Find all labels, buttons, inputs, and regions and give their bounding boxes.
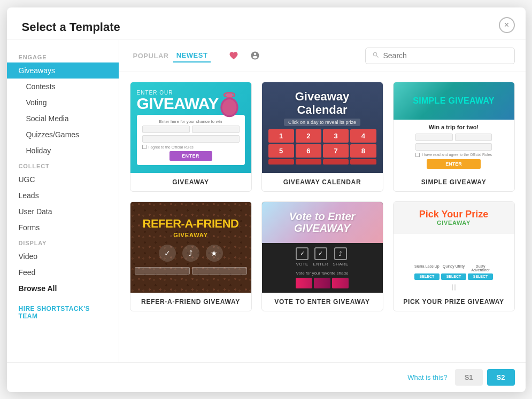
sidebar-item-quizzes-games[interactable]: Quizzes/Games [7,127,119,143]
modal-header: Select a Template × [7,7,526,40]
refer-check-icon: ✓ [159,245,176,262]
prize-firstname [452,284,453,291]
tab-group: POPULAR NEWEST [130,49,211,62]
favorites-button[interactable] [226,48,242,64]
template-name-calendar: GIVEAWAY CALENDAR [262,173,383,191]
modal-title: Select a Template [22,20,120,34]
template-card-prize[interactable]: Pick Your Prize GIVEAWAY Sierra Lace Up [393,201,515,311]
sidebar-item-browse-all[interactable]: Browse All [7,280,119,296]
prize-label-2: Quincy Utility [441,264,466,272]
search-box [365,48,515,64]
simple-checkbox [415,153,420,157]
simple-enter-btn: ENTER [427,159,480,169]
mini-checkbox [142,145,147,149]
simple-rules: I have read and agree to the Official Ru… [422,153,492,157]
simple-banner: SIMPLE GIVEAWAY [394,82,514,120]
prize-label-3: Dusty Adventurer [468,264,493,272]
calendar-subtitle: Click on a day to reveal its prize [284,119,360,126]
prize-select-1: SELECT [414,273,440,280]
tab-newest[interactable]: NEWEST [173,49,211,62]
s2-button[interactable]: S2 [487,369,515,386]
template-preview-calendar: GiveawayCalendar Click on a day to revea… [262,82,383,173]
calendar-grid: 1 2 3 4 5 6 7 8 [268,129,376,165]
refer-firstname [135,267,190,275]
refer-lastname [192,267,247,275]
cal-day-6: 6 [296,144,321,158]
cal-day-10 [296,159,321,165]
sidebar-item-contests[interactable]: Contests [7,79,119,95]
cal-day-9 [268,159,294,165]
template-card-giveaway[interactable]: ENTER OUR GIVEAWAY [130,82,252,192]
vote-title: Vote to EnterGIVEAWAY [289,210,356,234]
giveaway-enter-subtext: Enter here for your chance to win [142,119,240,124]
mini-rules-text: I agree to the Official Rules [149,145,194,149]
template-preview-giveaway: ENTER OUR GIVEAWAY [130,82,251,173]
vote-option-1 [296,278,312,288]
heart-icon [229,51,238,60]
sidebar-item-video[interactable]: Video [7,248,119,264]
template-preview-prize: Pick Your Prize GIVEAWAY Sierra Lace Up [394,202,514,293]
cal-day-12 [350,159,376,165]
template-name-giveaway: GIVEAWAY [130,173,251,191]
template-card-vote[interactable]: Vote to EnterGIVEAWAY ✓ VOTE ✓ ENTER [261,201,383,311]
sidebar-item-social-media[interactable]: Social Media [7,111,119,127]
prize-select-2: SELECT [441,273,466,280]
sidebar-item-leads[interactable]: Leads [7,187,119,204]
modal-body: ENGAGE Giveaways Contests Voting Social … [7,40,526,362]
select-template-modal: Select a Template × ENGAGE Giveaways Con… [7,7,526,392]
vote-actions: ✓ VOTE ✓ ENTER ⤴ SHARE [291,243,353,293]
sidebar-section-engage: ENGAGE [7,50,119,62]
template-card-simple[interactable]: SIMPLE GIVEAWAY Win a trip for two! [393,82,515,192]
sidebar-item-ugc[interactable]: UGC [7,171,119,187]
mini-lastname-input [192,126,240,133]
sidebar-item-user-data[interactable]: User Data [7,204,119,220]
template-name-vote: VOTE TO ENTER GIVEAWAY [262,293,383,311]
calendar-title: GiveawayCalendar [295,90,350,116]
sidebar-item-feed[interactable]: Feed [7,264,119,280]
user-templates-button[interactable] [247,48,263,64]
simple-form: Win a trip for two! I have read and agre… [409,120,498,173]
vote-action-row: ✓ VOTE ✓ ENTER ⤴ SHARE [296,247,349,267]
cal-day-5: 5 [268,144,294,158]
template-card-calendar[interactable]: GiveawayCalendar Click on a day to revea… [261,82,383,192]
vote-label: VOTE [296,262,308,267]
what-is-this-link[interactable]: What is this? [407,373,447,381]
cal-day-1: 1 [268,129,294,143]
sidebar: ENGAGE Giveaways Contests Voting Social … [7,40,119,362]
sidebar-item-voting[interactable]: Voting [7,95,119,111]
mini-enter-button: ENTER [169,151,212,161]
icon-buttons [226,48,263,64]
prize-labels: Sierra Lace Up Quincy Utility Dusty Adve… [411,262,496,282]
refer-action-row: ✓ ⤴ ★ [159,245,223,262]
cal-day-4: 4 [350,129,376,143]
prize-subtitle: GIVEAWAY [419,220,488,226]
template-card-refer[interactable]: REFER-A-FRIEND GIVEAWAY ✓ ⤴ ★ [130,201,252,311]
sidebar-item-holiday[interactable]: Holiday [7,143,119,159]
cal-day-7: 7 [323,144,349,158]
prize-header: Pick Your Prize GIVEAWAY [394,202,514,234]
refer-subtitle: GIVEAWAY [173,232,208,238]
template-preview-refer: REFER-A-FRIEND GIVEAWAY ✓ ⤴ ★ [130,202,251,293]
cal-day-3: 3 [323,129,349,143]
sidebar-item-giveaways[interactable]: Giveaways [7,62,119,79]
cal-day-8: 8 [350,144,376,158]
prize-select-3: SELECT [468,273,493,280]
modal-footer: What is this? S1 S2 [7,362,526,392]
enter-label: ENTER [313,262,328,267]
refer-share-icon: ⤴ [182,245,199,262]
tab-popular[interactable]: POPULAR [130,50,172,62]
prize-label-1: Sierra Lace Up [414,264,440,272]
sidebar-item-forms[interactable]: Forms [7,220,119,236]
close-button[interactable]: × [499,17,515,33]
prize-images [449,234,459,262]
template-name-simple: SIMPLE GIVEAWAY [394,173,514,191]
giveaway-form: Enter here for your chance to win I agre… [137,115,245,165]
prize-form [448,282,460,293]
share-label: SHARE [333,262,349,267]
vote-action-share: ⤴ SHARE [333,247,349,267]
sidebar-hire-team[interactable]: HIRE SHORTSTACK'S TEAM [7,300,119,325]
simple-firstname [415,134,453,141]
search-input[interactable] [383,51,508,60]
template-preview-simple: SIMPLE GIVEAWAY Win a trip for two! [394,82,514,173]
s1-button[interactable]: S1 [455,369,483,386]
